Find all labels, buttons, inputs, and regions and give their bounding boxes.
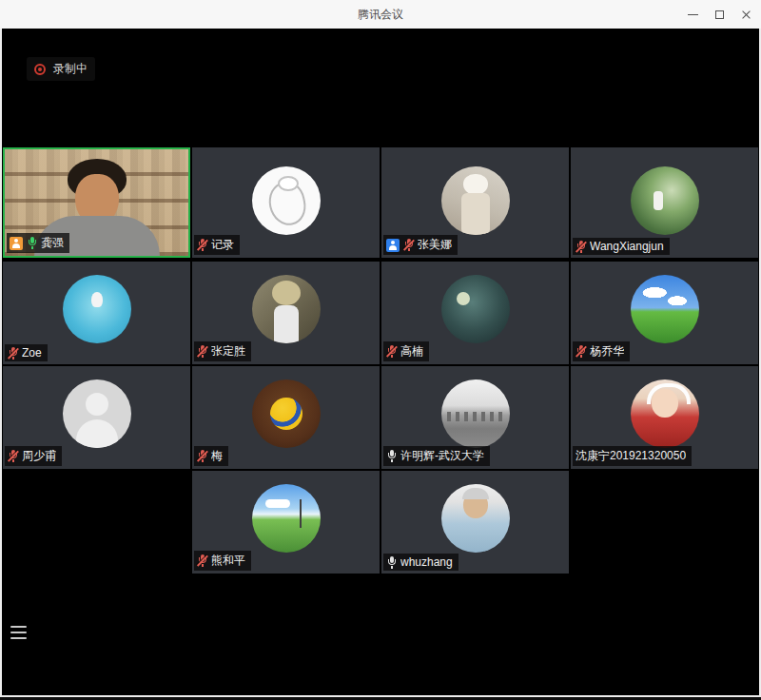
avatar xyxy=(441,166,510,235)
participant-name: 记录 xyxy=(211,237,234,253)
participant-nameplate: 记录 xyxy=(194,235,240,255)
participant-name: 高楠 xyxy=(400,343,423,360)
participant-name: 熊和平 xyxy=(211,553,245,569)
participant-name: 杨乔华 xyxy=(590,343,624,360)
mic-arc xyxy=(388,559,396,565)
mic-stem xyxy=(12,357,14,360)
participant-name: whuzhang xyxy=(400,555,453,569)
meeting-window: 腾讯会议 录制中 龚强 xyxy=(0,0,761,700)
participant-name: 周少甫 xyxy=(22,448,56,464)
mic-stem xyxy=(391,566,393,569)
participant-tile[interactable]: whuzhang xyxy=(381,471,569,574)
avatar xyxy=(252,484,321,553)
maximize-button[interactable] xyxy=(706,0,732,29)
mic-stem xyxy=(580,355,582,358)
avatar xyxy=(631,379,699,448)
participant-name: WangXiangjun xyxy=(590,240,664,253)
participant-tile[interactable]: 高楠 xyxy=(381,262,569,364)
participant-name: 张定胜 xyxy=(211,343,245,360)
participant-tile[interactable]: Zoe xyxy=(3,262,190,364)
mic-status-icon xyxy=(197,345,207,358)
participant-nameplate: 张美娜 xyxy=(383,235,458,255)
participant-nameplate: 高楠 xyxy=(383,341,429,361)
minimize-button[interactable] xyxy=(679,0,706,29)
avatar xyxy=(252,166,321,235)
participant-tile[interactable]: 梅 xyxy=(192,366,380,469)
mic-arc xyxy=(29,240,36,245)
avatar xyxy=(252,275,321,343)
mic-status-icon xyxy=(27,237,37,249)
participant-tile[interactable]: 记录 xyxy=(192,147,380,258)
avatar xyxy=(631,275,699,343)
participant-tile[interactable]: 熊和平 xyxy=(192,471,380,574)
participant-nameplate: 许明辉-武汉大学 xyxy=(383,446,490,466)
mic-status-icon xyxy=(386,450,397,462)
participant-tile[interactable]: 许明辉-武汉大学 xyxy=(381,366,569,469)
mic-status-icon xyxy=(403,239,414,251)
mic-status-icon xyxy=(386,345,397,358)
mic-stem xyxy=(202,564,204,567)
participant-nameplate: whuzhang xyxy=(383,554,459,571)
participant-tile[interactable]: 沈康宁201921320050 xyxy=(571,366,758,469)
mic-status-icon xyxy=(8,347,18,360)
mic-arc xyxy=(388,453,396,458)
participant-nameplate: 周少甫 xyxy=(5,446,62,466)
mic-status-icon xyxy=(197,554,207,567)
avatar xyxy=(63,275,131,343)
list-bar xyxy=(10,637,27,639)
participant-name: Zoe xyxy=(22,346,42,360)
participant-nameplate: Zoe xyxy=(5,344,48,361)
avatar xyxy=(441,275,510,343)
participant-tile[interactable]: 杨乔华 xyxy=(571,262,758,364)
mic-stem xyxy=(202,355,204,358)
minimize-icon xyxy=(688,14,698,15)
participant-tile[interactable]: 张美娜 xyxy=(381,147,569,258)
window-title: 腾讯会议 xyxy=(358,7,403,23)
mic-stem xyxy=(408,248,410,251)
participant-nameplate: 龚强 xyxy=(7,233,69,253)
avatar xyxy=(631,166,699,235)
mic-status-icon xyxy=(197,239,207,251)
mic-status-icon xyxy=(8,450,18,462)
participant-grid: 龚强 记录 张美娜 xyxy=(2,29,759,695)
close-icon xyxy=(741,10,751,20)
mic-status-icon xyxy=(576,241,586,253)
mic-stem xyxy=(12,459,14,462)
role-badge-icon xyxy=(386,239,400,252)
participant-name: 梅 xyxy=(211,448,223,464)
participant-tile[interactable]: 龚强 xyxy=(3,147,190,258)
participant-name: 张美娜 xyxy=(418,237,452,253)
participant-nameplate: WangXiangjun xyxy=(573,238,670,255)
mic-stem xyxy=(202,248,204,251)
mic-stem xyxy=(391,459,393,462)
mic-stem xyxy=(391,355,393,358)
participant-tile[interactable]: 张定胜 xyxy=(192,262,380,364)
participant-tile[interactable]: 周少甫 xyxy=(3,366,190,469)
participant-nameplate: 沈康宁201921320050 xyxy=(573,446,692,466)
mic-stem xyxy=(580,250,582,253)
participant-name: 许明辉-武汉大学 xyxy=(400,448,484,464)
participant-nameplate: 熊和平 xyxy=(194,551,251,571)
mic-status-icon xyxy=(386,556,397,569)
role-badge-icon xyxy=(10,237,23,250)
participant-nameplate: 梅 xyxy=(194,446,228,466)
title-bar: 腾讯会议 xyxy=(0,0,761,29)
avatar xyxy=(441,379,510,448)
mic-status-icon xyxy=(576,345,586,358)
avatar xyxy=(252,379,321,448)
participant-name: 龚强 xyxy=(41,235,64,251)
avatar xyxy=(441,484,510,553)
participant-tile[interactable]: WangXiangjun xyxy=(571,147,758,258)
participant-name: 沈康宁201921320050 xyxy=(576,448,686,464)
mic-stem xyxy=(202,459,204,462)
participant-nameplate: 张定胜 xyxy=(194,341,251,361)
maximize-icon xyxy=(715,10,724,19)
window-controls xyxy=(679,0,759,29)
list-bar xyxy=(10,626,27,628)
participant-nameplate: 杨乔华 xyxy=(573,341,630,361)
participant-list-icon[interactable] xyxy=(10,626,27,639)
mic-stem xyxy=(31,246,33,249)
mic-status-icon xyxy=(197,450,207,462)
meeting-stage: 录制中 龚强 xyxy=(0,29,761,697)
close-button[interactable] xyxy=(732,0,759,29)
